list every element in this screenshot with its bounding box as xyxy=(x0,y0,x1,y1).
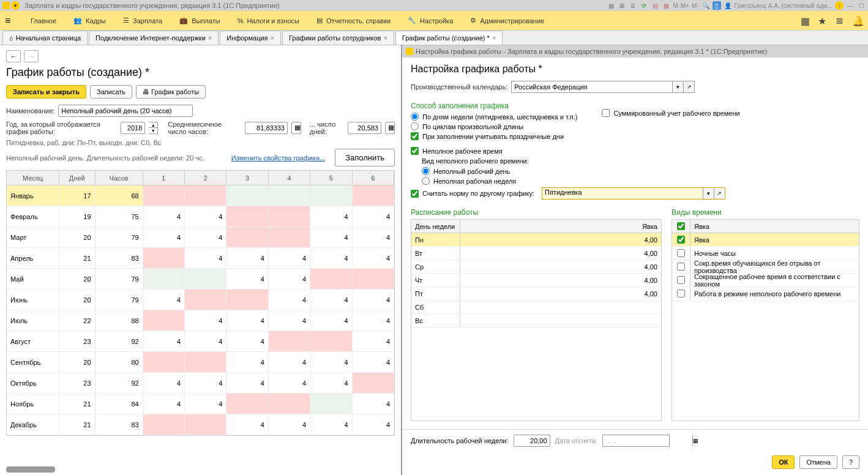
history-icon[interactable]: 🗉 xyxy=(835,15,846,26)
refresh-icon[interactable]: ⟳ xyxy=(640,1,648,10)
nav-salary[interactable]: ☰Зарплата xyxy=(114,11,171,30)
calc-icon[interactable]: ▦ xyxy=(385,122,395,134)
days-input[interactable] xyxy=(348,122,381,134)
date-from-input[interactable]: ▦ xyxy=(602,435,670,447)
close-icon[interactable]: × xyxy=(271,34,274,42)
table-row[interactable]: Апрель218344444 xyxy=(7,248,394,269)
tab-schedules[interactable]: Графики работы сотрудников× xyxy=(282,31,394,45)
year-input[interactable] xyxy=(121,122,145,134)
help-button[interactable]: ? xyxy=(842,455,859,469)
table-row[interactable]: Сентябрь20804444 xyxy=(7,352,394,373)
calendar-input[interactable] xyxy=(512,81,672,92)
maximize-icon[interactable]: ☐ xyxy=(857,1,866,10)
chk-other-schedule[interactable]: Считать норму по другому графику: ▾ ↗ xyxy=(411,187,859,200)
date-input[interactable] xyxy=(603,435,692,446)
other-schedule-combo[interactable]: ▾ ↗ xyxy=(542,187,725,200)
close-icon[interactable]: × xyxy=(208,34,212,42)
nav-admin[interactable]: ⚙Администрирование xyxy=(462,11,553,30)
table-row[interactable]: Работа в режиме неполного рабочего време… xyxy=(672,287,859,301)
col-4[interactable]: 4 xyxy=(269,171,310,185)
fill-button[interactable]: Заполнить xyxy=(335,149,395,166)
col-3[interactable]: 3 xyxy=(226,171,268,185)
table-row[interactable]: Июнь20794444 xyxy=(7,290,394,310)
calc-icon[interactable]: ▤ xyxy=(651,1,659,10)
info-icon[interactable]: i xyxy=(835,1,844,10)
table-row[interactable]: Вт4,00 xyxy=(411,247,661,260)
grid-icon[interactable]: ▦ xyxy=(801,15,812,26)
zoom-icon[interactable]: 🔍 xyxy=(702,1,710,10)
icon-1[interactable]: ▦ xyxy=(607,1,615,10)
calendar-icon[interactable]: ▦ xyxy=(692,435,698,446)
table-row[interactable]: Февраль19754444 xyxy=(7,206,394,227)
col-1[interactable]: 1 xyxy=(143,171,185,185)
col-attendance[interactable]: Явка xyxy=(460,220,661,233)
table-row[interactable]: Вс xyxy=(411,314,661,327)
col-check[interactable] xyxy=(672,220,690,233)
col-6[interactable]: 6 xyxy=(353,171,394,185)
table-row[interactable]: Сб xyxy=(411,301,661,314)
avg-hours-input[interactable] xyxy=(245,122,288,134)
col-month[interactable]: Месяц xyxy=(7,171,59,185)
nav-reports[interactable]: ▤Отчетность, справки xyxy=(308,11,399,30)
table-row[interactable]: Май207944 xyxy=(7,269,394,290)
table-row[interactable]: Ноябрь2184444 xyxy=(7,394,394,414)
close-icon[interactable]: × xyxy=(492,34,496,42)
table-row[interactable]: Ср4,00 xyxy=(411,260,661,274)
radio-weekdays[interactable]: По дням недели (пятидневка, шестидневка … xyxy=(411,113,577,121)
table-row[interactable]: Ночные часы xyxy=(672,247,859,260)
dropdown-icon[interactable]: ▾ xyxy=(11,1,20,10)
year-spinner[interactable]: ▲▼ xyxy=(149,122,158,134)
print-icon[interactable]: 🖶 xyxy=(618,1,626,10)
bell-icon[interactable]: 🔔 xyxy=(852,15,863,26)
menu-icon[interactable]: ≡ xyxy=(5,15,16,26)
ok-button[interactable]: ОК xyxy=(772,455,795,469)
other-schedule-input[interactable] xyxy=(542,188,703,196)
chk-holidays[interactable]: При заполнении учитывать праздничные дни xyxy=(411,132,577,140)
print-button[interactable]: 🖶 График работы xyxy=(136,85,206,99)
radio-partday[interactable]: Неполный рабочий день xyxy=(422,167,859,175)
change-props-link[interactable]: Изменить свойства графика... xyxy=(231,154,325,162)
col-name[interactable]: Явка xyxy=(690,220,859,233)
calc-icon[interactable]: ▦ xyxy=(291,122,301,134)
nav-taxes[interactable]: %Налоги и взносы xyxy=(229,11,308,30)
table-row[interactable]: Пт4,00 xyxy=(411,287,661,301)
tab-home[interactable]: ⌂Начальная страница xyxy=(2,31,88,45)
table-row[interactable]: Сокр.время обучающихся без отрыва от про… xyxy=(672,260,859,274)
table-row[interactable]: Явка xyxy=(672,233,859,247)
save-button[interactable]: Записать xyxy=(90,85,132,99)
save-close-button[interactable]: Записать и закрыть xyxy=(6,85,86,99)
chk-sum-time[interactable]: Суммированный учет рабочего времени xyxy=(602,109,739,117)
col-days[interactable]: Дней xyxy=(59,171,95,185)
table-row[interactable]: Март20794444 xyxy=(7,227,394,248)
nav-main[interactable]: Главное xyxy=(22,11,65,30)
table-row[interactable]: Август23924444 xyxy=(7,331,394,352)
table-row[interactable]: Пн4,00 xyxy=(411,233,661,247)
calendar-combo[interactable]: ▾ ↗ xyxy=(511,81,695,93)
week-len-input[interactable] xyxy=(514,435,550,447)
doc-icon[interactable]: 🗎 xyxy=(629,1,637,10)
calendar-icon[interactable]: ▦ xyxy=(662,1,670,10)
tab-internet[interactable]: Подключение Интернет-поддержки× xyxy=(89,31,219,45)
table-row[interactable]: Январь1768 xyxy=(7,185,394,206)
cancel-button[interactable]: Отмена xyxy=(799,455,837,469)
chk-parttime[interactable]: Неполное рабочее время xyxy=(411,147,859,155)
back-button[interactable]: ← xyxy=(6,50,21,62)
tab-info[interactable]: Информация× xyxy=(220,31,281,45)
close-icon[interactable]: × xyxy=(383,34,387,42)
nav-settings[interactable]: 🔧Настройка xyxy=(399,11,462,30)
col-2[interactable]: 2 xyxy=(185,171,226,185)
name-input[interactable] xyxy=(58,105,193,117)
forward-button[interactable]: → xyxy=(24,50,39,62)
radio-partweek[interactable]: Неполная рабочая неделя xyxy=(422,177,859,185)
m-plus-label[interactable]: M+ xyxy=(681,2,689,9)
table-row[interactable]: Октябрь239244444 xyxy=(7,373,394,394)
col-5[interactable]: 5 xyxy=(310,171,352,185)
table-row[interactable]: Сокращенное рабочее время в соответствии… xyxy=(672,274,859,287)
window-icon[interactable]: ▯ xyxy=(713,1,721,10)
table-row[interactable]: Июль228844444 xyxy=(7,310,394,331)
open-icon[interactable]: ↗ xyxy=(714,188,725,199)
col-hours[interactable]: Часов xyxy=(95,171,143,185)
minimize-icon[interactable]: — xyxy=(846,1,855,10)
open-icon[interactable]: ↗ xyxy=(683,81,694,92)
nav-payments[interactable]: 💼Выплаты xyxy=(171,11,228,30)
